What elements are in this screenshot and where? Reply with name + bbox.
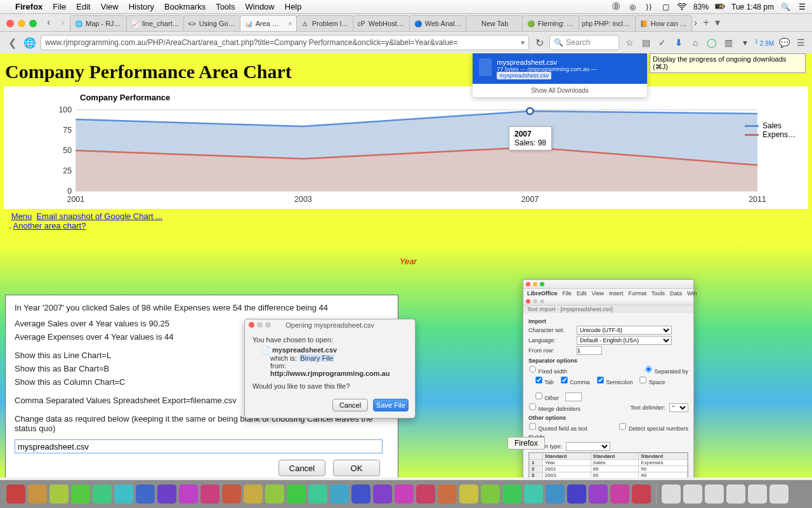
dock-app-icon[interactable] <box>200 485 219 504</box>
app-name[interactable]: Firefox <box>15 2 43 11</box>
email-snapshot-link[interactable]: Email snapshot of Google Chart ... <box>36 211 162 221</box>
bookmark-star-icon[interactable]: ☆ <box>623 36 636 49</box>
dock-app-icon[interactable] <box>157 485 176 504</box>
home-icon[interactable]: ⌂ <box>689 36 702 49</box>
dock-app-icon[interactable] <box>244 485 263 504</box>
menu-window[interactable]: Window <box>246 2 275 11</box>
prompt-ok-button[interactable]: OK <box>333 460 380 476</box>
prompt-input[interactable] <box>15 439 383 453</box>
browser-tab[interactable]: 📈line_chart… <box>126 15 184 31</box>
language-select[interactable]: Default - English (USA) <box>577 336 672 345</box>
merge-check[interactable] <box>529 403 535 410</box>
dock-app-icon[interactable] <box>136 485 155 504</box>
menu-link[interactable]: Menu <box>11 211 32 221</box>
menu-icon[interactable]: ☰ <box>794 36 807 49</box>
dock-app-icon[interactable] <box>416 485 435 504</box>
browser-tab[interactable]: phpPHP: incl… <box>579 15 636 31</box>
reload-icon[interactable]: ↻ <box>533 37 546 49</box>
downloads-panel[interactable]: myspreadsheet.csv 77 bytes — rjmprogramm… <box>473 53 647 97</box>
battery-icon[interactable]: ⚡ <box>715 2 725 12</box>
coltype-select[interactable] <box>566 442 610 451</box>
dock-app-icon[interactable] <box>351 485 370 504</box>
dock-app-icon[interactable] <box>748 485 767 504</box>
close-icon[interactable] <box>526 282 530 286</box>
download-item[interactable]: myspreadsheet.csv 77 bytes — rjmprogramm… <box>473 53 647 84</box>
browser-tab[interactable]: 🌐Map - RJ… <box>70 15 127 31</box>
dock-app-icon[interactable] <box>395 485 414 504</box>
detect-check[interactable] <box>620 423 626 429</box>
chat-icon[interactable]: 💬 <box>778 36 790 49</box>
dock-app-icon[interactable] <box>683 485 702 504</box>
share-icon[interactable]: ✓ <box>656 36 669 49</box>
close-icon[interactable] <box>249 322 254 328</box>
browser-tab[interactable]: 📊Area …× <box>240 15 297 31</box>
fromrow-input[interactable] <box>577 346 602 355</box>
dock-app-icon[interactable] <box>28 485 47 504</box>
dock-app-icon[interactable] <box>71 485 90 504</box>
window-controls[interactable] <box>3 20 42 31</box>
new-tab[interactable]: ＋ <box>701 16 711 29</box>
search-input[interactable]: 🔍 Search <box>549 35 619 50</box>
preview-table[interactable]: StandardStandardStandard1YearSalesExpens… <box>528 452 688 478</box>
dock-app-icon[interactable] <box>459 485 478 504</box>
quoted-check[interactable] <box>529 423 535 429</box>
spotlight-icon[interactable]: 🔍 <box>780 2 790 12</box>
browser-tab[interactable]: 🟢Fleming: … <box>522 15 579 31</box>
charset-select[interactable]: Unicode (UTF-8) <box>577 326 672 335</box>
wifi-icon[interactable] <box>677 2 687 12</box>
separated-by-radio[interactable] <box>645 366 652 372</box>
other-check[interactable] <box>535 392 542 399</box>
comma-check[interactable] <box>561 377 567 383</box>
dock[interactable]: for(let i=0;i<30;i++)document.write('<di… <box>0 480 812 508</box>
browser-tab[interactable]: 📙How can … <box>635 15 692 31</box>
dock-app-icon[interactable] <box>330 485 349 504</box>
browser-tab[interactable]: New Tab <box>466 15 523 31</box>
dock-app-icon[interactable] <box>769 485 789 504</box>
menu-bookmarks[interactable]: Bookmarks <box>164 2 206 11</box>
menu-file[interactable]: File <box>53 2 66 11</box>
browser-tab[interactable]: cPWebHost… <box>353 15 410 31</box>
dock-app-icon[interactable] <box>524 485 543 504</box>
dock-app-icon[interactable] <box>308 485 327 504</box>
another-chart-link[interactable]: Another area chart? <box>13 221 86 231</box>
textdelim-select[interactable]: " <box>669 403 688 412</box>
close-tab-icon[interactable]: × <box>288 20 292 27</box>
dock-app-icon[interactable] <box>481 485 500 504</box>
notification-icon[interactable]: ☰ <box>797 2 807 12</box>
minimize-icon[interactable] <box>533 282 537 286</box>
dock-app-icon[interactable] <box>114 485 133 504</box>
fixed-width-radio[interactable] <box>529 366 535 372</box>
menu-help[interactable]: Help <box>285 2 302 11</box>
menu-history[interactable]: History <box>129 2 154 11</box>
dock-app-icon[interactable] <box>502 485 521 504</box>
status-icon-2[interactable]: ◎ <box>627 2 638 12</box>
dock-app-icon[interactable] <box>93 485 112 504</box>
downloads-icon[interactable]: ⬇ <box>672 36 685 49</box>
menu-tools[interactable]: Tools <box>216 2 235 11</box>
menu-view[interactable]: View <box>101 2 119 11</box>
dock-app-icon[interactable] <box>662 485 681 504</box>
info-icon[interactable]: ❮ <box>5 36 19 50</box>
dock-app-icon[interactable] <box>705 485 724 504</box>
show-all-downloads-link[interactable]: Show All Downloads <box>473 84 647 97</box>
dock-app-icon[interactable] <box>373 485 392 504</box>
dock-app-icon[interactable] <box>265 485 284 504</box>
addon-icon-2[interactable]: ▥ <box>722 36 735 49</box>
tab-overflow[interactable]: › <box>694 17 697 29</box>
space-check[interactable] <box>640 377 646 383</box>
browser-tab[interactable]: ⚠Problem l… <box>296 15 353 31</box>
dock-app-icon[interactable] <box>287 485 306 504</box>
dock-app-icon[interactable] <box>610 485 629 504</box>
url-dropdown-icon[interactable]: ▾ <box>521 38 525 47</box>
pocket-icon[interactable]: ▤ <box>639 36 652 49</box>
dock-app-icon[interactable] <box>567 485 586 504</box>
dock-app-icon[interactable] <box>726 485 745 504</box>
menu-edit[interactable]: Edit <box>76 2 90 11</box>
area-chart[interactable]: 1007550250 2001200320072011 Sales Expens… <box>10 104 797 205</box>
other-input[interactable] <box>565 392 582 401</box>
nav-back[interactable]: ‹ <box>42 15 56 29</box>
tab-menu[interactable]: ▾ <box>715 17 720 29</box>
dock-app-icon[interactable] <box>589 485 608 504</box>
site-identity-icon[interactable]: 🌐 <box>23 36 37 50</box>
opening-save-button[interactable]: Save File <box>373 399 409 411</box>
